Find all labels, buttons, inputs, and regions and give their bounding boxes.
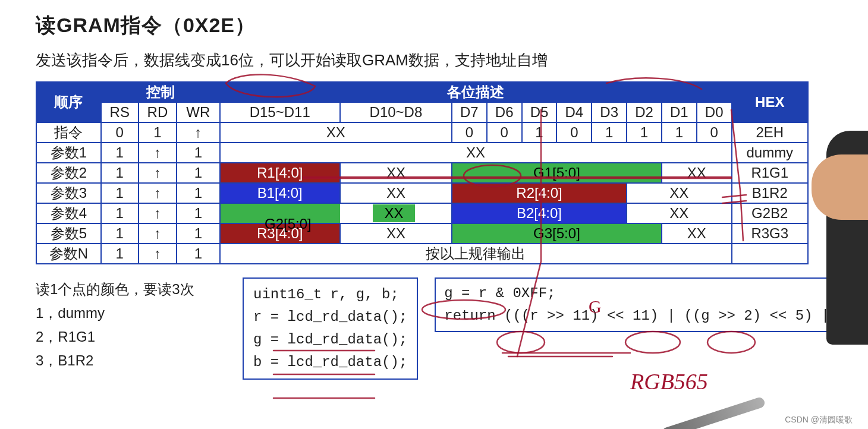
th-d2: D2 <box>627 102 662 122</box>
code-block-1: uint16_t r, g, b; r = lcd_rd_data(); g =… <box>243 277 418 380</box>
cell-b2: B2[4:0] <box>452 203 627 223</box>
th-d15-11: D15~D11 <box>220 102 340 122</box>
cell-r2: R2[4:0] <box>452 183 627 203</box>
table-row: 指令 0 1 ↑ XX 0 0 1 0 1 1 1 0 2EH <box>36 122 808 143</box>
cell-g2: G2[5:0] <box>265 216 312 232</box>
presenter-face <box>812 154 868 220</box>
th-d3: D3 <box>592 102 627 122</box>
gram-table: 顺序 控制 各位描述 HEX RS RD WR D15~D11 D10~D8 D… <box>36 81 809 264</box>
cell-g1: G1[5:0] <box>452 163 662 183</box>
table-row: 参数4 1 ↑ 1 XX B2[4:0] XX G2B2 <box>36 203 808 223</box>
th-d4: D4 <box>556 102 592 122</box>
watermark: CSDN @清园暖歌 <box>785 415 853 425</box>
subtitle: 发送该指令后，数据线变成16位，可以开始读取GRAM数据，支持地址自增 <box>36 50 844 71</box>
th-d0: D0 <box>697 102 732 122</box>
th-d6: D6 <box>487 102 522 122</box>
cell-g3: G3[5:0] <box>452 223 662 244</box>
th-ctrl: 控制 <box>101 82 220 102</box>
table-row: 参数N 1 ↑ 1 按以上规律输出 <box>36 244 808 264</box>
notes: 读1个点的颜色，要读3次 1，dummy 2，R1G1 3，B1R2 <box>36 277 226 373</box>
page-title: 读GRAM指令（0X2E） <box>36 12 844 39</box>
th-d1: D1 <box>662 102 697 122</box>
pointer-stick <box>661 396 766 429</box>
notes-line4: 3，B1R2 <box>36 349 226 373</box>
th-rs: RS <box>101 102 139 122</box>
code-block-2: g = r & 0XFF; return (((r >> 11) << 11) … <box>435 277 868 332</box>
notes-line1: 读1个点的颜色，要读3次 <box>36 277 226 301</box>
table-row: 参数1 1 ↑ 1 XX dummy <box>36 143 808 163</box>
th-bits: 各位描述 <box>220 82 732 102</box>
cell-b1: B1[4:0] <box>220 183 340 203</box>
table-row: 参数2 1 ↑ 1 R1[4:0] XX G1[5:0] XX R1G1 <box>36 163 808 183</box>
notes-line2: 1，dummy <box>36 301 226 325</box>
th-d10-8: D10~D8 <box>340 102 452 122</box>
th-hex: HEX <box>732 82 808 122</box>
th-d7: D7 <box>452 102 487 122</box>
notes-line3: 2，R1G1 <box>36 325 226 349</box>
th-d5: D5 <box>522 102 557 122</box>
th-rd: RD <box>139 102 177 122</box>
th-order: 顺序 <box>36 82 101 122</box>
table-row: 参数3 1 ↑ 1 B1[4:0] XX R2[4:0] XX B1R2 <box>36 183 808 203</box>
cell-r1: R1[4:0] <box>220 163 340 183</box>
table-row: 参数5 1 ↑ 1 R3[4:0] XX G3[5:0] XX R3G3 <box>36 223 808 244</box>
th-wr: WR <box>177 102 219 122</box>
